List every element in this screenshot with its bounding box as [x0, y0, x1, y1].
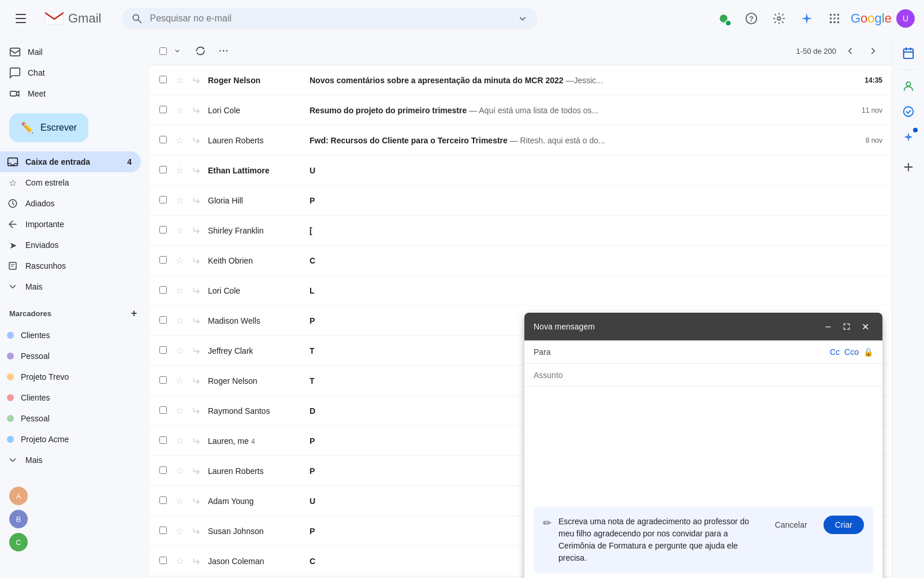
email-star-6[interactable]: ☆ — [176, 255, 187, 266]
apps-grid-button[interactable] — [823, 7, 846, 30]
email-checkbox-13[interactable] — [159, 466, 167, 474]
compose-subject-input[interactable] — [534, 370, 873, 380]
gemini-icon-button[interactable] — [795, 7, 818, 30]
email-row[interactable]: ☆ Gloria Hill P — [150, 186, 892, 216]
email-checkbox-5[interactable] — [159, 226, 167, 234]
email-star-2[interactable]: ☆ — [176, 135, 187, 146]
email-forward-10[interactable] — [192, 376, 203, 386]
email-star-5[interactable]: ☆ — [176, 225, 187, 236]
email-star-14[interactable]: ☆ — [176, 495, 187, 506]
bottom-avatar-3[interactable]: C — [9, 533, 141, 551]
email-star-4[interactable]: ☆ — [176, 195, 187, 206]
email-row[interactable]: ☆ Roger Nelson Novos comentários sobre a… — [150, 65, 892, 95]
labels-more[interactable]: Mais — [0, 450, 141, 470]
email-checkbox-16[interactable] — [159, 557, 167, 564]
email-star-8[interactable]: ☆ — [176, 315, 187, 326]
bottom-avatar-2[interactable]: B — [9, 510, 141, 528]
email-checkbox-10[interactable] — [159, 376, 167, 384]
email-checkbox-6[interactable] — [159, 256, 167, 264]
email-forward-12[interactable] — [192, 436, 203, 446]
more-options-button[interactable] — [214, 42, 233, 60]
email-forward-1[interactable] — [192, 105, 203, 115]
hamburger-menu-button[interactable] — [9, 7, 32, 30]
email-star-10[interactable]: ☆ — [176, 375, 187, 386]
refresh-button[interactable] — [191, 42, 210, 60]
search-input[interactable] — [150, 13, 510, 24]
label-item-projeto-trevo[interactable]: Projeto Trevo — [0, 366, 141, 387]
compose-header[interactable]: Nova mensagem – ✕ — [524, 313, 882, 340]
label-item-clientes2[interactable]: Clientes — [0, 387, 141, 408]
compose-to-input[interactable] — [557, 347, 830, 357]
compose-body-textarea[interactable] — [534, 391, 873, 495]
email-star-12[interactable]: ☆ — [176, 435, 187, 446]
email-star-16[interactable]: ☆ — [176, 555, 187, 566]
compose-close-button[interactable]: ✕ — [857, 318, 873, 335]
prev-page-button[interactable] — [841, 42, 859, 60]
email-checkbox-8[interactable] — [159, 316, 167, 324]
compose-maximize-button[interactable] — [839, 318, 855, 335]
sidebar-item-sent[interactable]: ➤ Enviados — [0, 235, 141, 255]
sidebar-item-starred[interactable]: ☆ Com estrela — [0, 172, 141, 193]
email-checkbox-2[interactable] — [159, 136, 167, 143]
email-forward-4[interactable] — [192, 195, 203, 205]
compose-lock-icon[interactable]: 🔒 — [863, 347, 873, 357]
label-item-pessoal1[interactable]: Pessoal — [0, 346, 141, 366]
compose-bcc-button[interactable]: Cco — [844, 347, 859, 357]
calendar-icon-button[interactable] — [897, 42, 920, 65]
sidebar-item-chat[interactable]: Chat — [0, 62, 141, 83]
sidebar-item-meet[interactable]: Meet — [0, 83, 141, 104]
email-star-11[interactable]: ☆ — [176, 405, 187, 416]
user-avatar[interactable]: U — [896, 9, 915, 28]
ai-create-button[interactable]: Criar — [824, 516, 864, 534]
email-forward-11[interactable] — [192, 406, 203, 416]
compose-button[interactable]: ✏️ Escrever — [9, 113, 88, 142]
email-checkbox-15[interactable] — [159, 527, 167, 534]
email-row[interactable]: ☆ Keith Obrien C — [150, 246, 892, 276]
email-forward-15[interactable] — [192, 526, 203, 536]
email-forward-13[interactable] — [192, 466, 203, 476]
email-checkbox-1[interactable] — [159, 106, 167, 113]
gemini-sidebar-button[interactable] — [897, 125, 920, 149]
email-forward-2[interactable] — [192, 135, 203, 145]
search-dropdown-icon[interactable] — [517, 13, 528, 24]
bottom-avatar-1[interactable]: A — [9, 487, 141, 505]
email-forward-7[interactable] — [192, 286, 203, 295]
compose-minimize-button[interactable]: – — [820, 318, 836, 335]
sidebar-item-inbox[interactable]: Caixa de entrada 4 — [0, 151, 141, 172]
email-checkbox-9[interactable] — [159, 346, 167, 354]
email-star-0[interactable]: ☆ — [176, 75, 187, 86]
label-item-clientes1[interactable]: Clientes — [0, 325, 141, 346]
email-row[interactable]: ☆ Ethan Lattimore U — [150, 155, 892, 186]
help-icon-button[interactable]: ? — [740, 7, 763, 30]
email-forward-3[interactable] — [192, 165, 203, 175]
select-all-checkbox[interactable] — [159, 47, 167, 55]
email-row[interactable]: ☆ Lori Cole Resumo do projeto do primeir… — [150, 95, 892, 125]
ai-cancel-button[interactable]: Cancelar — [763, 516, 819, 534]
email-forward-5[interactable] — [192, 225, 203, 235]
email-checkbox-3[interactable] — [159, 166, 167, 173]
email-forward-0[interactable] — [192, 75, 203, 85]
email-checkbox-12[interactable] — [159, 436, 167, 444]
email-star-1[interactable]: ☆ — [176, 105, 187, 116]
settings-icon-button[interactable] — [767, 7, 791, 30]
email-forward-8[interactable] — [192, 316, 203, 325]
compose-cc-button[interactable]: Cc — [830, 347, 840, 357]
add-app-button[interactable] — [897, 155, 920, 179]
email-row[interactable]: ☆ Shirley Franklin [ — [150, 216, 892, 246]
label-item-pessoal2[interactable]: Pessoal — [0, 408, 141, 429]
email-checkbox-7[interactable] — [159, 286, 167, 294]
email-checkbox-14[interactable] — [159, 497, 167, 504]
email-checkbox-4[interactable] — [159, 196, 167, 203]
tasks-icon-button[interactable] — [897, 100, 920, 123]
sidebar-item-more[interactable]: Mais — [0, 276, 141, 297]
email-star-15[interactable]: ☆ — [176, 525, 187, 536]
email-star-9[interactable]: ☆ — [176, 345, 187, 356]
sidebar-item-snoozed[interactable]: Adiados — [0, 193, 141, 214]
select-dropdown-button[interactable] — [168, 42, 187, 60]
email-star-13[interactable]: ☆ — [176, 465, 187, 476]
email-star-3[interactable]: ☆ — [176, 165, 187, 176]
label-item-projeto-acme[interactable]: Projeto Acme — [0, 429, 141, 450]
email-forward-16[interactable] — [192, 556, 203, 566]
search-icon[interactable] — [131, 13, 143, 24]
contacts-icon-button[interactable] — [897, 75, 920, 98]
